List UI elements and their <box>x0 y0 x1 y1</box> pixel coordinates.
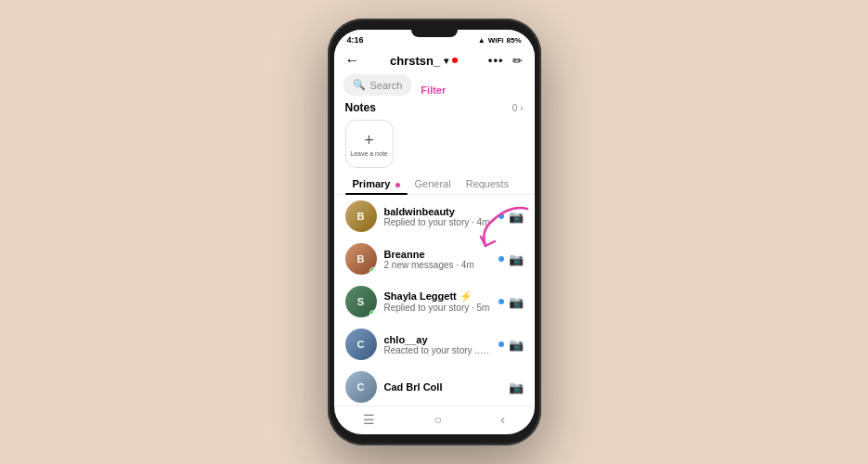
message-preview: Reacted to your story ... · 7m <box>384 345 491 355</box>
status-time: 4:16 <box>347 35 364 45</box>
message-meta: 📷 <box>499 295 524 309</box>
phone-screen: 4:16 ▲ WiFi 85% ← chrstsn_ ▾ ••• ✏ 🔍 <box>334 30 535 434</box>
online-dot <box>369 310 377 317</box>
tab-general-label: General <box>415 178 451 189</box>
message-content: baldwinbeauty Replied to your story · 4m <box>384 206 491 227</box>
status-icons: ▲ WiFi 85% <box>478 36 522 45</box>
back-nav-icon[interactable]: ‹ <box>500 412 505 427</box>
tab-primary-label: Primary <box>353 178 391 189</box>
message-item[interactable]: B baldwinbeauty Replied to your story · … <box>334 195 535 238</box>
back-button[interactable]: ← <box>345 52 360 69</box>
message-preview: Replied to your story · 5m <box>384 303 491 313</box>
camera-icon[interactable]: 📷 <box>509 338 524 352</box>
sender-name: Breanne <box>384 249 491 260</box>
message-meta: 📷 <box>499 338 524 352</box>
camera-icon[interactable]: 📷 <box>509 252 524 266</box>
phone-container: 4:16 ▲ WiFi 85% ← chrstsn_ ▾ ••• ✏ 🔍 <box>328 19 541 445</box>
home-icon[interactable]: ○ <box>434 412 441 427</box>
username-label: chrstsn_ <box>390 54 440 68</box>
avatar: C <box>345 329 377 360</box>
leave-note-label: Leave a note <box>350 150 387 157</box>
avatar: S <box>345 286 377 317</box>
tab-general[interactable]: General <box>408 174 459 194</box>
compose-icon[interactable]: ✏ <box>512 54 523 68</box>
message-content: Breanne 2 new messages · 4m <box>384 249 491 270</box>
online-status-dot <box>452 58 458 63</box>
message-content: Shayla Leggett ⚡ Replied to your story ·… <box>384 290 491 313</box>
avatar-text: B <box>345 200 377 232</box>
message-meta: 📷 <box>509 380 524 394</box>
sender-name: Cad Brl Coll <box>384 381 501 393</box>
avatar-text: C <box>345 329 377 360</box>
avatar: B <box>345 243 377 275</box>
message-content: chlo__ay Reacted to your story ... · 7m <box>384 334 491 355</box>
header-actions: ••• ✏ <box>488 54 524 68</box>
sender-name: chlo__ay <box>384 334 491 345</box>
header-center: chrstsn_ ▾ <box>390 54 458 68</box>
menu-icon[interactable]: ☰ <box>363 412 375 427</box>
message-meta: 📷 <box>499 210 524 224</box>
notes-section: Notes 0 › + Leave a note <box>334 101 535 174</box>
notch <box>411 30 458 37</box>
tab-primary[interactable]: Primary <box>345 174 408 194</box>
avatar-text: C <box>345 371 377 403</box>
unread-dot <box>499 342 504 347</box>
tab-requests[interactable]: Requests <box>459 174 516 194</box>
message-tabs: Primary General Requests <box>334 174 535 195</box>
bottom-nav-bar: ☰ ○ ‹ <box>334 406 535 434</box>
search-row: 🔍 Search Filter <box>334 74 535 101</box>
search-placeholder: Search <box>370 80 403 91</box>
message-meta: 📷 <box>499 252 524 266</box>
battery-icon: 85% <box>506 36 521 45</box>
add-note-button[interactable]: + Leave a note <box>345 120 394 168</box>
unread-dot <box>499 299 504 304</box>
signal-icon: ▲ <box>478 36 486 45</box>
message-item[interactable]: C chlo__ay Reacted to your story ... · 7… <box>334 323 535 366</box>
tab-requests-label: Requests <box>466 178 509 189</box>
online-dot <box>369 267 377 275</box>
notes-count[interactable]: 0 › <box>512 103 524 113</box>
avatar: B <box>345 200 377 232</box>
notes-header: Notes 0 › <box>345 101 524 114</box>
camera-icon[interactable]: 📷 <box>509 295 524 309</box>
primary-tab-dot <box>395 183 400 187</box>
message-item[interactable]: C Cad Brl Coll 📷 <box>334 366 535 406</box>
wifi-icon: WiFi <box>488 36 504 45</box>
unread-dot <box>499 256 504 262</box>
camera-icon[interactable]: 📷 <box>509 210 524 224</box>
message-content: Cad Brl Coll <box>384 381 501 393</box>
sender-name: Shayla Leggett ⚡ <box>384 290 491 303</box>
message-item[interactable]: S Shayla Leggett ⚡ Replied to your story… <box>334 280 535 323</box>
message-preview: Replied to your story · 4m <box>384 217 491 227</box>
messages-list: B baldwinbeauty Replied to your story · … <box>334 195 535 406</box>
plus-icon: + <box>364 132 374 148</box>
message-preview: 2 new messages · 4m <box>384 260 491 270</box>
sender-name: baldwinbeauty <box>384 206 491 217</box>
camera-icon[interactable]: 📷 <box>509 380 524 394</box>
notes-label: Notes <box>345 101 376 114</box>
search-bar[interactable]: 🔍 Search <box>343 74 412 96</box>
search-icon: 🔍 <box>353 79 366 91</box>
message-item[interactable]: B Breanne 2 new messages · 4m 📷 <box>334 238 535 280</box>
avatar: C <box>345 371 377 403</box>
header: ← chrstsn_ ▾ ••• ✏ <box>334 46 535 74</box>
unread-dot <box>499 213 504 219</box>
chevron-down-icon[interactable]: ▾ <box>444 56 448 66</box>
filter-button[interactable]: Filter <box>421 84 446 96</box>
more-options-icon[interactable]: ••• <box>488 54 504 68</box>
